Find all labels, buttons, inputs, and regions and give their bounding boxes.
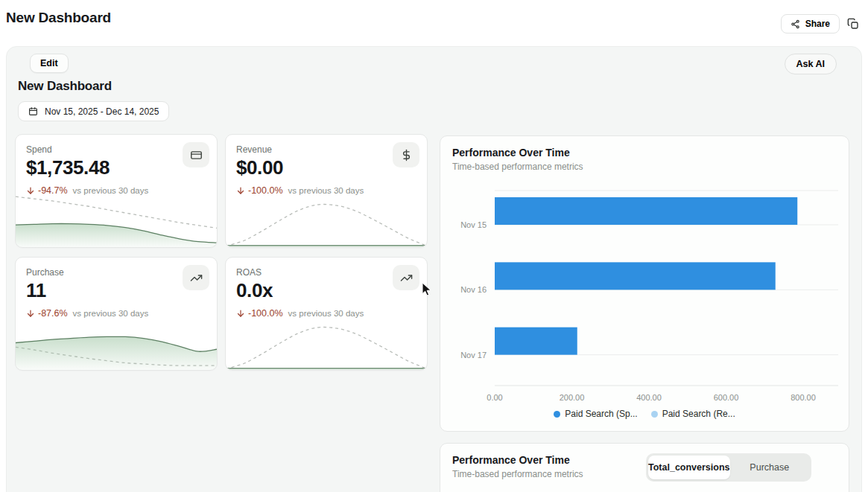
metric-card-purchase[interactable]: Purchase 11 -87.6% vs previous 30 days [15,257,218,371]
legend-label: Paid Search (Re... [662,409,735,419]
date-range-label: Nov 15, 2025 - Dec 14, 2025 [45,106,159,117]
page-title: New Dashboard [6,10,111,26]
metric-label: Purchase [26,267,64,278]
metric-value: 11 [26,279,46,302]
metric-card-spend[interactable]: Spend $1,735.48 -94.7% vs previous 30 da… [15,134,218,248]
x-tick-label: 400.00 [636,393,662,402]
calendar-icon [28,106,38,116]
share-icon [791,19,800,29]
legend-dot-icon [554,411,560,418]
x-tick-label: 200.00 [560,393,585,402]
performance-chart-panel-2: Performance Over Time Time-based perform… [440,443,849,492]
legend-item[interactable]: Paid Search (Re... [651,409,735,419]
credit-card-icon [183,142,209,167]
dollar-icon [393,142,419,167]
metric-value: $0.00 [236,156,283,179]
trend-up-icon [393,265,419,290]
edit-button[interactable]: Edit [30,54,69,73]
bar-nov-17[interactable] [495,328,577,355]
dashboard-heading: New Dashboard [18,79,112,94]
performance-chart-panel: Performance Over Time Time-based perform… [440,135,849,432]
metric-card-revenue[interactable]: Revenue $0.00 -100.0% vs previous 30 day… [225,134,428,248]
toggle-purchase[interactable]: Purchase [730,456,809,479]
x-tick-label: 800.00 [791,393,816,402]
duplicate-button[interactable] [846,16,861,31]
date-range-picker[interactable]: Nov 15, 2025 - Dec 14, 2025 [18,101,169,121]
bar-nov-15[interactable] [495,197,797,225]
copy-icon [847,18,859,30]
legend-dot-icon [651,411,658,418]
toggle-total-conversions[interactable]: Total_conversions [648,456,730,479]
metric-label: Revenue [236,144,272,155]
category-label: Nov 16 [460,285,487,294]
legend-label: Paid Search (Sp... [565,409,637,419]
metric-value: 0.0x [236,279,273,302]
chart-title: Performance Over Time [452,454,570,466]
trend-up-icon [183,265,209,290]
share-button-label: Share [805,19,830,29]
x-tick-label: 600.00 [714,393,739,402]
metric-toggle: Total_conversions Purchase [646,453,811,482]
revenue-sparkline [226,193,427,247]
horizontal-bar-chart: Nov 15Nov 16Nov 170.00200.00400.00600.00… [440,136,850,432]
spend-sparkline [16,193,217,247]
roas-sparkline [226,316,427,370]
category-label: Nov 17 [460,351,487,360]
chart-subtitle: Time-based performance metrics [452,469,583,479]
purchase-sparkline [16,316,217,370]
metric-card-roas[interactable]: ROAS 0.0x -100.0% vs previous 30 days [225,257,428,371]
x-tick-label: 0.00 [487,393,502,402]
metric-value: $1,735.48 [26,156,110,179]
chart-legend: Paid Search (Sp...Paid Search (Re... [440,409,849,419]
bar-nov-16[interactable] [495,262,776,290]
category-label: Nov 15 [460,220,487,229]
metric-label: ROAS [236,267,262,278]
metric-cards-grid: Spend $1,735.48 -94.7% vs previous 30 da… [15,134,428,371]
metric-label: Spend [26,144,52,155]
share-button[interactable]: Share [781,14,840,33]
ask-ai-button[interactable]: Ask AI [785,54,837,74]
legend-item[interactable]: Paid Search (Sp... [554,409,637,419]
